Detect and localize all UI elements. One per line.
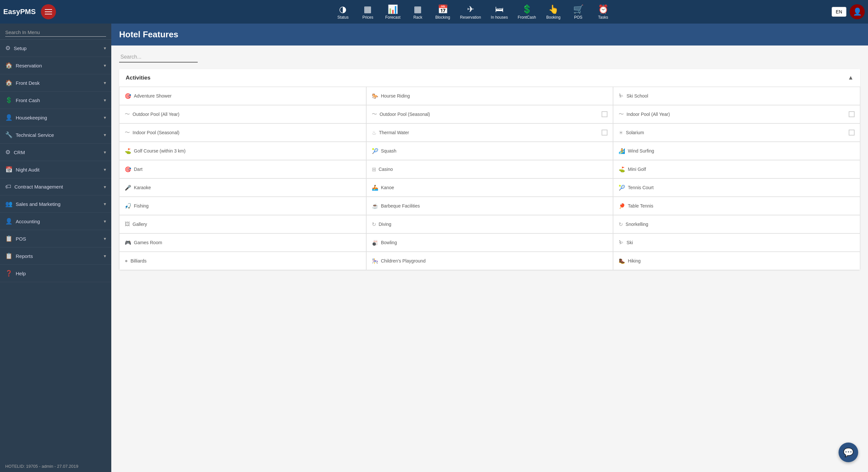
sidebar-item-setup[interactable]: ⚙ Setup ▾ bbox=[0, 40, 111, 57]
feature-item-childrens-playground[interactable]: 🎠 Children's Playground bbox=[366, 252, 613, 270]
nav-item-forecast[interactable]: 📊Forecast bbox=[381, 3, 405, 21]
feature-label-indoor-pool-all: Indoor Pool (All Year) bbox=[626, 112, 670, 117]
feature-item-ski[interactable]: ⛷ Ski bbox=[613, 233, 860, 252]
feature-checkbox-indoor-pool-all[interactable] bbox=[849, 111, 855, 117]
feature-item-fishing[interactable]: 🎣 Fishing bbox=[119, 197, 366, 215]
golf-course-icon: ⛳ bbox=[125, 148, 131, 154]
sidebar-item-sales-marketing[interactable]: 👥 Sales and Marketing ▾ bbox=[0, 195, 111, 213]
sidebar-item-front-desk[interactable]: 🏠 Front Desk ▾ bbox=[0, 74, 111, 92]
feature-item-snorkelling[interactable]: ↻ Snorkelling bbox=[613, 215, 860, 233]
nav-right: EN 👤 bbox=[832, 4, 865, 19]
content-search-input[interactable] bbox=[119, 52, 198, 63]
nav-item-status[interactable]: ◑Status bbox=[332, 3, 354, 21]
sales-marketing-icon: 👥 bbox=[5, 200, 12, 208]
sidebar-item-front-cash[interactable]: 💲 Front Cash ▾ bbox=[0, 92, 111, 109]
feature-item-ski-school[interactable]: ⛷ Ski School bbox=[613, 87, 860, 105]
user-avatar[interactable]: 👤 bbox=[850, 4, 865, 19]
ski-school-icon: ⛷ bbox=[619, 93, 624, 99]
setup-icon: ⚙ bbox=[5, 44, 10, 52]
feature-item-mini-golf[interactable]: ⛳ Mini Golf bbox=[613, 160, 860, 179]
feature-checkbox-solarium[interactable] bbox=[849, 130, 855, 135]
feature-item-casino[interactable]: ⊞ Casino bbox=[366, 160, 613, 179]
nav-item-prices[interactable]: ▦Prices bbox=[356, 3, 379, 21]
collapse-button-activities[interactable]: ▲ bbox=[848, 74, 854, 81]
features-grid-activities: 🎯 Adventure Shower 🐎 Hourse Riding ⛷ Ski… bbox=[119, 87, 860, 270]
prices-nav-icon: ▦ bbox=[364, 4, 372, 14]
language-button[interactable]: EN bbox=[832, 7, 846, 17]
feature-item-kanoe[interactable]: 🚣 Kanoe bbox=[366, 179, 613, 197]
feature-item-bowling[interactable]: 🎳 Bowling bbox=[366, 233, 613, 252]
nav-item-inhouses[interactable]: 🛏In houses bbox=[487, 3, 512, 21]
feature-item-tennis-court[interactable]: 🎾 Tennis Court bbox=[613, 179, 860, 197]
feature-item-hourse-riding[interactable]: 🐎 Hourse Riding bbox=[366, 87, 613, 105]
nav-item-rack[interactable]: ▦Rack bbox=[406, 3, 429, 21]
sidebar-item-housekeeping[interactable]: 👤 Housekeeping ▾ bbox=[0, 109, 111, 126]
feature-item-solarium[interactable]: ☀ Solarium bbox=[613, 123, 860, 142]
feature-item-table-tennis[interactable]: 🏓 Table Tennis bbox=[613, 197, 860, 215]
nav-item-booking[interactable]: 👆Booking bbox=[542, 3, 565, 21]
sidebar-search-input[interactable] bbox=[5, 28, 106, 37]
feature-item-barbeque-facilities[interactable]: ☕ Barbeque Facilities bbox=[366, 197, 613, 215]
feature-item-outdoor-pool-all[interactable]: 〜 Outdoor Pool (All Year) bbox=[119, 105, 366, 123]
feature-label-fishing: Fishing bbox=[134, 203, 149, 209]
feature-checkbox-thermal-water[interactable] bbox=[601, 130, 608, 135]
feature-checkbox-outdoor-pool-seasonal[interactable] bbox=[601, 111, 608, 117]
barbeque-facilities-icon: ☕ bbox=[372, 203, 378, 209]
feature-item-games-room[interactable]: 🎮 Games Room bbox=[119, 233, 366, 252]
sidebar-item-crm[interactable]: ⚙ CRM ▾ bbox=[0, 144, 111, 161]
chevron-icon: ▾ bbox=[104, 184, 106, 190]
feature-label-games-room: Games Room bbox=[134, 240, 162, 245]
sidebar-item-technical-service[interactable]: 🔧 Technical Service ▾ bbox=[0, 126, 111, 144]
games-room-icon: 🎮 bbox=[125, 240, 131, 246]
feature-label-outdoor-pool-seasonal: Outdoor Pool (Seasonal) bbox=[380, 112, 430, 117]
nav-item-blocking[interactable]: 📅Blocking bbox=[431, 3, 454, 21]
feature-item-squash[interactable]: 🎾 Squash bbox=[366, 142, 613, 160]
chevron-icon: ▾ bbox=[104, 98, 106, 103]
childrens-playground-icon: 🎠 bbox=[372, 258, 378, 264]
bowling-icon: 🎳 bbox=[372, 240, 378, 246]
feature-item-indoor-pool-all[interactable]: 〜 Indoor Pool (All Year) bbox=[613, 105, 860, 123]
sidebar: ⚙ Setup ▾ 🏠 Reservation ▾ 🏠 Front Desk ▾… bbox=[0, 24, 111, 472]
nav-item-frontcash[interactable]: 💲FrontCash bbox=[514, 3, 540, 21]
sidebar-item-night-audit[interactable]: 📅 Night Audit ▾ bbox=[0, 161, 111, 179]
feature-label-squash: Squash bbox=[381, 148, 396, 154]
housekeeping-icon: 👤 bbox=[5, 114, 12, 121]
sidebar-item-help[interactable]: ❓ Help bbox=[0, 265, 111, 282]
feature-item-billiards[interactable]: ● Billiards bbox=[119, 252, 366, 270]
feature-label-outdoor-pool-all: Outdoor Pool (All Year) bbox=[132, 112, 179, 117]
sidebar-items: ⚙ Setup ▾ 🏠 Reservation ▾ 🏠 Front Desk ▾… bbox=[0, 40, 111, 282]
nav-item-reservation[interactable]: ✈Reservation bbox=[456, 3, 485, 21]
crm-icon: ⚙ bbox=[5, 149, 10, 156]
feature-item-indoor-pool-seasonal[interactable]: 〜 Indoor Pool (Seasonal) bbox=[119, 123, 366, 142]
feature-label-ski: Ski bbox=[626, 240, 633, 245]
feature-item-adventure-shower[interactable]: 🎯 Adventure Shower bbox=[119, 87, 366, 105]
hamburger-button[interactable] bbox=[41, 4, 56, 19]
feature-item-gallery[interactable]: 🖼 Gallery bbox=[119, 215, 366, 233]
night-audit-icon: 📅 bbox=[5, 166, 12, 173]
feature-item-karaoke[interactable]: 🎤 Karaoke bbox=[119, 179, 366, 197]
sidebar-item-label-accounting: Accounting bbox=[16, 219, 40, 224]
nav-item-pos[interactable]: 🛒POS bbox=[567, 3, 590, 21]
feature-item-dart[interactable]: 🎯 Dart bbox=[119, 160, 366, 179]
reservation-nav-icon: ✈ bbox=[467, 4, 474, 14]
dart-icon: 🎯 bbox=[125, 166, 131, 172]
sidebar-item-pos[interactable]: 📋 POS ▾ bbox=[0, 230, 111, 248]
feature-item-diving[interactable]: ↻ Diving bbox=[366, 215, 613, 233]
inhouses-nav-icon: 🛏 bbox=[495, 4, 504, 14]
feature-item-wind-surfing[interactable]: 🏄 Wind Surfing bbox=[613, 142, 860, 160]
feature-item-hiking[interactable]: 🥾 Hiking bbox=[613, 252, 860, 270]
sidebar-item-contract-management[interactable]: 🏷 Contract Management ▾ bbox=[0, 179, 111, 195]
sidebar-item-accounting[interactable]: 👤 Accounting ▾ bbox=[0, 213, 111, 230]
sidebar-item-label-front-cash: Front Cash bbox=[16, 98, 40, 103]
outdoor-pool-seasonal-icon: 〜 bbox=[372, 111, 377, 118]
feature-item-golf-course[interactable]: ⛳ Golf Course (within 3 km) bbox=[119, 142, 366, 160]
sidebar-footer: HOTELID: 19705 - admin - 27.07.2019 bbox=[0, 461, 111, 472]
feature-item-thermal-water[interactable]: ♨ Thermal Water bbox=[366, 123, 613, 142]
nav-item-tasks[interactable]: ⏰Tasks bbox=[592, 3, 615, 21]
feature-item-outdoor-pool-seasonal[interactable]: 〜 Outdoor Pool (Seasonal) bbox=[366, 105, 613, 123]
sidebar-item-reservation[interactable]: 🏠 Reservation ▾ bbox=[0, 57, 111, 74]
sidebar-item-reports[interactable]: 📋 Reports ▾ bbox=[0, 248, 111, 265]
kanoe-icon: 🚣 bbox=[372, 185, 378, 191]
chevron-icon: ▾ bbox=[104, 167, 106, 172]
chat-button[interactable]: 💬 bbox=[839, 443, 858, 462]
